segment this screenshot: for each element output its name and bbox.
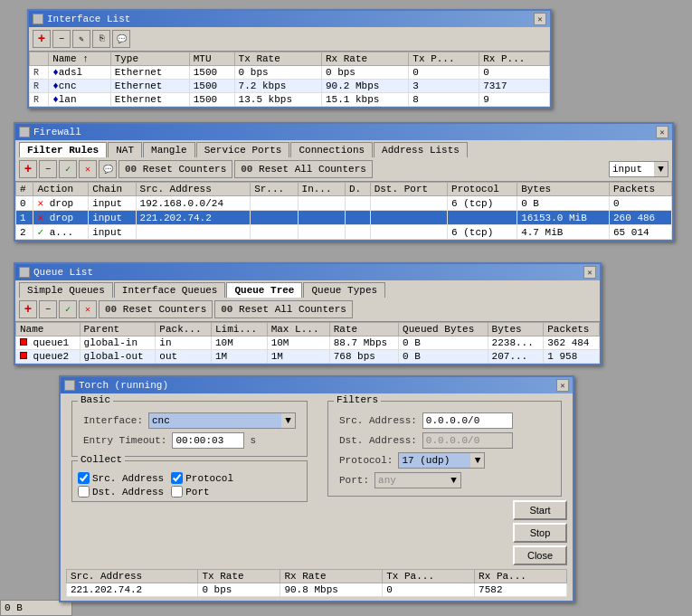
- q-reset-counters-button[interactable]: 00 Reset Counters: [99, 300, 213, 318]
- tab-nat[interactable]: NAT: [108, 142, 142, 157]
- torch-stop-button[interactable]: Stop: [513, 523, 567, 543]
- torch-col-tx-rate[interactable]: Tx Rate: [198, 570, 280, 583]
- torch-protocol-checkbox-label[interactable]: Protocol: [171, 472, 233, 484]
- fw-reset-all-counters-button[interactable]: 00 Reset All Counters: [234, 160, 373, 178]
- q-col-bytes[interactable]: Bytes: [488, 323, 544, 336]
- q-col-name[interactable]: Name: [16, 323, 81, 336]
- torch-src-address-input[interactable]: [422, 412, 513, 429]
- torch-col-rx-pa[interactable]: Rx Pa...: [475, 570, 567, 583]
- q-col-queued[interactable]: Queued Bytes: [399, 323, 488, 336]
- torch-dst-address-input[interactable]: [422, 432, 513, 449]
- fw-reset-counters-button[interactable]: 00 Reset Counters: [118, 160, 232, 178]
- copy-button[interactable]: ⎘: [92, 30, 110, 48]
- fw-col-sr[interactable]: Sr...: [251, 183, 298, 196]
- tab-filter-rules[interactable]: Filter Rules: [19, 142, 107, 157]
- firewall-row[interactable]: 1 ✕ drop input 221.202.74.2 16153.0 MiB …: [16, 211, 672, 225]
- torch-interface-input[interactable]: [148, 412, 281, 429]
- torch-port-input[interactable]: [374, 472, 447, 488]
- remove-button[interactable]: −: [52, 30, 71, 48]
- fw-add-button[interactable]: +: [19, 160, 37, 178]
- fw-col-d[interactable]: D.: [345, 183, 370, 196]
- firewall-row[interactable]: 0 ✕ drop input 192.168.0.0/24 6 (tcp) 0 …: [16, 196, 672, 211]
- fw-check-button[interactable]: ✓: [59, 160, 77, 178]
- torch-dst-address-checkbox-label[interactable]: Dst. Address: [78, 486, 164, 498]
- queue-list-row[interactable]: queue2 global-out out 1M 1M 768 bps 0 B …: [16, 350, 600, 364]
- tab-mangle[interactable]: Mangle: [143, 142, 195, 157]
- torch-row[interactable]: 221.202.74.2 0 bps 90.8 Mbps 0 7582: [67, 583, 567, 597]
- fw-col-packets[interactable]: Packets: [610, 183, 672, 196]
- torch-close-button[interactable]: ✕: [556, 379, 569, 392]
- col-tx-rate[interactable]: Tx Rate: [234, 52, 321, 66]
- torch-interface-dropdown-arrow[interactable]: ▼: [281, 412, 296, 429]
- tab-interface-queues[interactable]: Interface Queues: [114, 282, 226, 298]
- torch-port-checkbox[interactable]: [171, 486, 183, 498]
- torch-port-dropdown-arrow[interactable]: ▼: [447, 472, 461, 488]
- fw-chain-input[interactable]: [609, 161, 654, 177]
- edit-button[interactable]: ✎: [72, 30, 90, 48]
- torch-protocol-dropdown-arrow[interactable]: ▼: [470, 452, 485, 469]
- torch-entry-timeout-input[interactable]: [172, 432, 244, 449]
- q-col-rate[interactable]: Rate: [329, 323, 398, 336]
- torch-protocol-selector[interactable]: ▼: [398, 452, 485, 469]
- fw-comment-button[interactable]: 💬: [99, 160, 117, 178]
- tab-queue-types[interactable]: Queue Types: [303, 282, 385, 298]
- torch-close-button[interactable]: Close: [513, 545, 567, 565]
- col-rx-p[interactable]: Rx P...: [479, 52, 550, 66]
- firewall-toolbar: + − ✓ ✕ 💬 00 Reset Counters 00 Reset All…: [15, 157, 672, 182]
- fw-chain-dropdown-arrow[interactable]: ▼: [654, 161, 668, 177]
- interface-list-row[interactable]: R ♦cnc Ethernet 1500 7.2 kbps 90.2 Mbps …: [30, 80, 550, 93]
- q-col-maxl[interactable]: Max L...: [267, 323, 329, 336]
- tab-connections[interactable]: Connections: [290, 142, 373, 157]
- fw-col-src[interactable]: Src. Address: [136, 183, 251, 196]
- q-x-button[interactable]: ✕: [79, 300, 97, 318]
- q-reset-all-counters-button[interactable]: 00 Reset All Counters: [214, 300, 353, 318]
- torch-protocol-checkbox[interactable]: [171, 472, 183, 484]
- torch-col-src[interactable]: Src. Address: [67, 570, 198, 583]
- col-name[interactable]: Name ↑: [49, 52, 110, 66]
- torch-src-address-checkbox-label[interactable]: Src. Address: [78, 472, 164, 484]
- torch-protocol-input[interactable]: [398, 452, 470, 469]
- tab-service-ports[interactable]: Service Ports: [196, 142, 290, 157]
- q-col-pack[interactable]: Pack...: [156, 323, 212, 336]
- q-add-button[interactable]: +: [19, 300, 37, 318]
- firewall-close-button[interactable]: ✕: [656, 126, 668, 138]
- q-col-packets[interactable]: Packets: [544, 323, 600, 336]
- tab-simple-queues[interactable]: Simple Queues: [19, 282, 113, 298]
- torch-col-tx-pa[interactable]: Tx Pa...: [383, 570, 475, 583]
- torch-port-checkbox-label[interactable]: Port: [171, 486, 209, 498]
- torch-dst-address-checkbox[interactable]: [78, 486, 90, 498]
- firewall-row[interactable]: 2 ✓ a... input 6 (tcp) 4.7 MiB 65 014: [16, 225, 672, 240]
- q-remove-button[interactable]: −: [39, 300, 57, 318]
- comment-button[interactable]: 💬: [112, 30, 130, 48]
- tab-queue-tree[interactable]: Queue Tree: [226, 282, 302, 298]
- fw-remove-button[interactable]: −: [39, 160, 57, 178]
- q-col-limi[interactable]: Limi...: [212, 323, 268, 336]
- tab-address-lists[interactable]: Address Lists: [374, 142, 468, 157]
- torch-col-rx-rate[interactable]: Rx Rate: [280, 570, 383, 583]
- torch-interface-selector[interactable]: ▼: [148, 412, 296, 429]
- statusbar-text: 0 B: [5, 602, 23, 613]
- fw-col-in[interactable]: In...: [298, 183, 345, 196]
- col-type[interactable]: Type: [110, 52, 189, 66]
- fw-x-button[interactable]: ✕: [79, 160, 97, 178]
- col-tx-p[interactable]: Tx P...: [409, 52, 479, 66]
- fw-chain-selector[interactable]: ▼: [609, 161, 668, 177]
- fw-col-bytes[interactable]: Bytes: [517, 183, 610, 196]
- queue-list-close-button[interactable]: ✕: [583, 266, 596, 279]
- col-mtu[interactable]: MTU: [189, 52, 234, 66]
- q-col-parent[interactable]: Parent: [80, 323, 156, 336]
- fw-col-protocol[interactable]: Protocol: [448, 183, 517, 196]
- fw-col-dst-port[interactable]: Dst. Port: [370, 183, 447, 196]
- torch-start-button[interactable]: Start: [513, 500, 567, 520]
- torch-src-address-checkbox[interactable]: [78, 472, 90, 484]
- torch-port-selector[interactable]: ▼: [374, 472, 461, 488]
- col-rx-rate[interactable]: Rx Rate: [321, 52, 408, 66]
- queue-list-row[interactable]: queue1 global-in in 10M 10M 88.7 Mbps 0 …: [16, 336, 600, 350]
- add-button[interactable]: +: [33, 30, 51, 48]
- interface-list-close-button[interactable]: ✕: [534, 13, 546, 25]
- interface-list-row[interactable]: R ♦adsl Ethernet 1500 0 bps 0 bps 0 0: [30, 66, 550, 80]
- fw-col-action[interactable]: Action: [33, 183, 89, 196]
- interface-list-row[interactable]: R ♦lan Ethernet 1500 13.5 kbps 15.1 kbps…: [30, 93, 550, 107]
- fw-col-chain[interactable]: Chain: [89, 183, 136, 196]
- q-check-button[interactable]: ✓: [59, 300, 77, 318]
